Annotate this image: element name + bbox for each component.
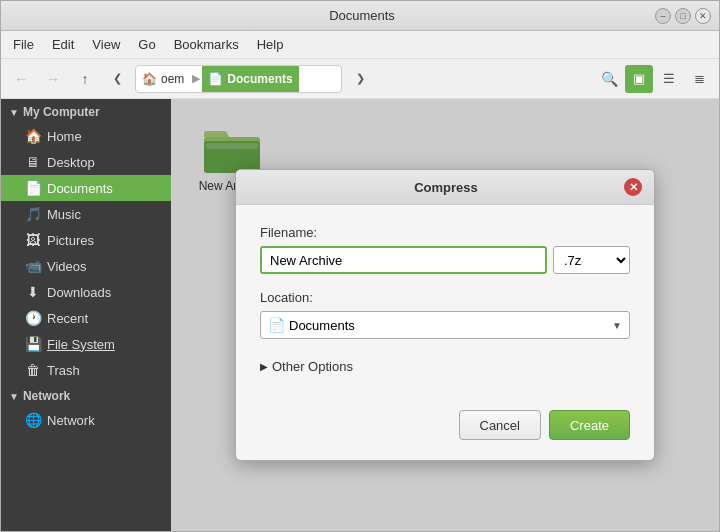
menu-go[interactable]: Go — [130, 34, 163, 55]
dialog-body: Filename: .7z .zip .tar.gz .tar.bz2 — [236, 205, 654, 398]
filename-field: Filename: .7z .zip .tar.gz .tar.bz2 — [260, 225, 630, 274]
path-home[interactable]: 🏠 oem — [136, 66, 190, 92]
path-current[interactable]: 📄 Documents — [202, 66, 298, 92]
sidebar-item-pictures[interactable]: 🖼 Pictures — [1, 227, 171, 253]
window-controls: – □ ✕ — [655, 8, 711, 24]
dialog-close-button[interactable]: ✕ — [624, 178, 642, 196]
sidebar-label-desktop: Desktop — [47, 155, 95, 170]
documents-icon: 📄 — [25, 180, 41, 196]
sidebar-label-trash: Trash — [47, 363, 80, 378]
sidebar-label-downloads: Downloads — [47, 285, 111, 300]
sidebar-label-filesystem: File System — [47, 337, 115, 352]
sidebar-label-videos: Videos — [47, 259, 87, 274]
sidebar-section-network[interactable]: ▼ Network — [1, 383, 171, 407]
path-bar: 🏠 oem ▶ 📄 Documents — [135, 65, 342, 93]
menu-bar: File Edit View Go Bookmarks Help — [1, 31, 719, 59]
sidebar-item-documents[interactable]: 📄 Documents — [1, 175, 171, 201]
network-icon: 🌐 — [25, 412, 41, 428]
sidebar-section-my-computer[interactable]: ▼ My Computer — [1, 99, 171, 123]
sidebar-item-downloads[interactable]: ⬇ Downloads — [1, 279, 171, 305]
sidebar-item-filesystem[interactable]: 💾 File System — [1, 331, 171, 357]
create-button[interactable]: Create — [549, 410, 630, 440]
main-window: Documents – □ ✕ File Edit View Go Bookma… — [0, 0, 720, 532]
sidebar-label-documents: Documents — [47, 181, 113, 196]
sidebar-label-music: Music — [47, 207, 81, 222]
grid-view-button[interactable]: ▣ — [625, 65, 653, 93]
dialog-overlay: Compress ✕ Filename: .7z .zip .tar. — [171, 99, 719, 531]
other-options-label: Other Options — [272, 359, 353, 374]
compact-view-button[interactable]: ≣ — [685, 65, 713, 93]
location-field: Location: 📄 Documents Home Desktop — [260, 290, 630, 339]
downloads-icon: ⬇ — [25, 284, 41, 300]
sidebar-label-recent: Recent — [47, 311, 88, 326]
network-label: Network — [23, 389, 70, 403]
my-computer-label: My Computer — [23, 105, 100, 119]
home-icon: 🏠 — [25, 128, 41, 144]
menu-file[interactable]: File — [5, 34, 42, 55]
location-wrapper: 📄 Documents Home Desktop — [260, 311, 630, 339]
file-area: New Archive Compress ✕ Filename: — [171, 99, 719, 531]
sidebar: ▼ My Computer 🏠 Home 🖥 Desktop 📄 Documen… — [1, 99, 171, 531]
sidebar-label-network: Network — [47, 413, 95, 428]
menu-bookmarks[interactable]: Bookmarks — [166, 34, 247, 55]
desktop-icon: 🖥 — [25, 154, 41, 170]
back-button[interactable]: ← — [7, 65, 35, 93]
minimize-button[interactable]: – — [655, 8, 671, 24]
filename-row: .7z .zip .tar.gz .tar.bz2 — [260, 246, 630, 274]
menu-edit[interactable]: Edit — [44, 34, 82, 55]
up-button[interactable]: ↑ — [71, 65, 99, 93]
sidebar-item-music[interactable]: 🎵 Music — [1, 201, 171, 227]
filename-input[interactable] — [260, 246, 547, 274]
title-bar: Documents – □ ✕ — [1, 1, 719, 31]
path-right-button[interactable]: ❯ — [346, 65, 374, 93]
music-icon: 🎵 — [25, 206, 41, 222]
videos-icon: 📹 — [25, 258, 41, 274]
sidebar-item-home[interactable]: 🏠 Home — [1, 123, 171, 149]
path-separator: ▶ — [190, 72, 202, 85]
location-select[interactable]: Documents Home Desktop — [260, 311, 630, 339]
sidebar-item-trash[interactable]: 🗑 Trash — [1, 357, 171, 383]
dialog-title: Compress — [268, 180, 624, 195]
recent-icon: 🕐 — [25, 310, 41, 326]
menu-help[interactable]: Help — [249, 34, 292, 55]
compress-dialog: Compress ✕ Filename: .7z .zip .tar. — [235, 169, 655, 461]
sidebar-item-desktop[interactable]: 🖥 Desktop — [1, 149, 171, 175]
trash-icon: 🗑 — [25, 362, 41, 378]
menu-view[interactable]: View — [84, 34, 128, 55]
sidebar-label-pictures: Pictures — [47, 233, 94, 248]
filename-label: Filename: — [260, 225, 630, 240]
other-options-toggle[interactable]: ▶ Other Options — [260, 355, 630, 378]
sidebar-item-network[interactable]: 🌐 Network — [1, 407, 171, 433]
close-button[interactable]: ✕ — [695, 8, 711, 24]
search-button[interactable]: 🔍 — [595, 65, 623, 93]
forward-button[interactable]: → — [39, 65, 67, 93]
sidebar-item-recent[interactable]: 🕐 Recent — [1, 305, 171, 331]
dialog-title-bar: Compress ✕ — [236, 170, 654, 205]
maximize-button[interactable]: □ — [675, 8, 691, 24]
dialog-buttons: Cancel Create — [236, 398, 654, 460]
window-title: Documents — [69, 8, 655, 23]
toolbar-right: 🔍 ▣ ☰ ≣ — [595, 65, 713, 93]
filesystem-icon: 💾 — [25, 336, 41, 352]
sidebar-item-videos[interactable]: 📹 Videos — [1, 253, 171, 279]
list-view-button[interactable]: ☰ — [655, 65, 683, 93]
main-area: ▼ My Computer 🏠 Home 🖥 Desktop 📄 Documen… — [1, 99, 719, 531]
location-label: Location: — [260, 290, 630, 305]
pictures-icon: 🖼 — [25, 232, 41, 248]
other-options-arrow-icon: ▶ — [260, 361, 268, 372]
sidebar-label-home: Home — [47, 129, 82, 144]
path-left-button[interactable]: ❮ — [103, 65, 131, 93]
section-arrow-my-computer: ▼ — [9, 107, 19, 118]
format-select[interactable]: .7z .zip .tar.gz .tar.bz2 — [553, 246, 630, 274]
section-arrow-network: ▼ — [9, 391, 19, 402]
cancel-button[interactable]: Cancel — [459, 410, 541, 440]
toolbar: ← → ↑ ❮ 🏠 oem ▶ 📄 Documents ❯ 🔍 ▣ ☰ — [1, 59, 719, 99]
